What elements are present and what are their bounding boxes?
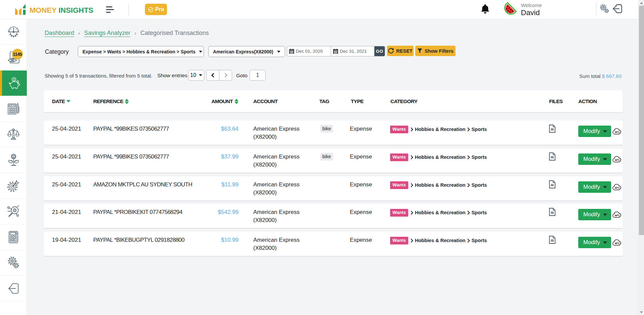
- svg-text:API: API: [615, 242, 620, 245]
- svg-text:API: API: [615, 131, 620, 134]
- svg-text:API: API: [615, 214, 620, 217]
- svg-text:$: $: [13, 78, 15, 81]
- svg-text:API: API: [615, 159, 620, 162]
- svg-text:$: $: [12, 154, 14, 158]
- svg-text:API: API: [615, 186, 620, 189]
